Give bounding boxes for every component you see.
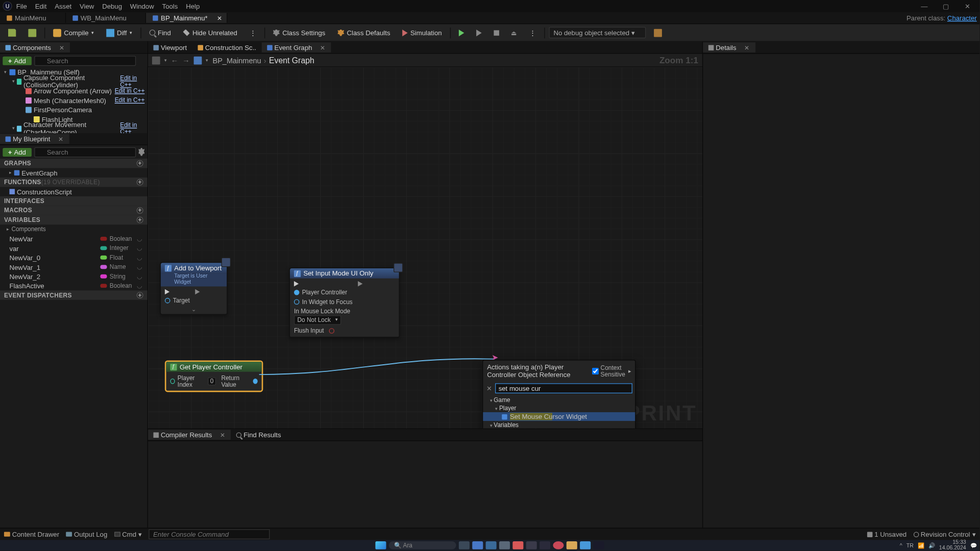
taskbar-app[interactable] <box>512 541 523 549</box>
hide-unrelated-button[interactable]: Hide Unrelated <box>179 28 241 38</box>
variable-row[interactable]: FlashActiveBoolean◡ <box>0 281 148 290</box>
eject-button[interactable]: ⏏ <box>507 28 521 37</box>
tab-construction-script[interactable]: Construction Sc.. <box>192 42 262 53</box>
close-tab-icon[interactable]: ✕ <box>320 44 326 51</box>
node-get-player-controller[interactable]: ƒGet Player Controller Player Index0 Ret… <box>165 361 262 391</box>
component-row[interactable]: FirstPersonCamera <box>0 105 148 114</box>
return-value-pin[interactable]: Return Value <box>221 374 257 388</box>
add-dispatcher-button[interactable]: + <box>137 292 143 298</box>
tray-wifi-icon[interactable]: 📶 <box>918 542 924 548</box>
menu-debug[interactable]: Debug <box>102 3 122 10</box>
tab-components[interactable]: Components✕ <box>0 42 70 53</box>
tray-chevron-icon[interactable]: ^ <box>900 542 902 548</box>
breadcrumb-bp[interactable]: BP_Mainmenu <box>212 56 261 64</box>
player-index-input[interactable]: 0 <box>208 377 216 385</box>
console-input[interactable] <box>149 529 270 539</box>
tab-find-results[interactable]: Find Results <box>231 430 286 440</box>
taskbar-app[interactable] <box>459 541 470 549</box>
close-tab-icon[interactable]: ✕ <box>217 14 223 21</box>
type-pill[interactable] <box>100 256 107 260</box>
type-pill[interactable] <box>100 237 107 241</box>
exec-out-pin[interactable] <box>358 281 362 287</box>
tray-volume-icon[interactable]: 🔊 <box>928 542 935 548</box>
visibility-icon[interactable]: ◡ <box>137 245 143 252</box>
tab-viewport[interactable]: Viewport <box>148 42 192 53</box>
simulation-button[interactable]: Simulation <box>398 28 446 38</box>
taskbar-app[interactable] <box>540 541 550 549</box>
nav-forward-button[interactable]: → <box>182 56 189 64</box>
add-function-button[interactable]: + <box>137 179 143 186</box>
section-graphs[interactable]: GRAPHS+ <box>0 159 148 168</box>
close-button[interactable]: ✕ <box>958 3 977 10</box>
stop-button[interactable] <box>489 29 503 37</box>
clear-search-button[interactable]: ✕ <box>486 385 493 392</box>
expand-node-icon[interactable]: ⌄ <box>161 307 227 314</box>
section-functions[interactable]: FUNCTIONS (19 OVERRIDABLE)+ <box>0 178 148 187</box>
section-macros[interactable]: MACROS+ <box>0 206 148 215</box>
tab-compiler-results[interactable]: Compiler Results✕ <box>148 430 231 440</box>
diff-button[interactable]: Diff ▾ <box>102 27 136 38</box>
edit-cpp-link[interactable]: Edit in C++ <box>120 74 144 88</box>
graph-menu-icon[interactable] <box>152 56 160 64</box>
context-sensitive-checkbox[interactable]: Context Sensitive▸ <box>592 363 631 380</box>
menu-help[interactable]: Help <box>186 3 200 10</box>
component-row[interactable]: ▾Character Movement (CharMoveComp)Edit i… <box>0 124 148 133</box>
taskbar-app[interactable] <box>580 541 591 549</box>
close-panel-icon[interactable]: ✕ <box>58 136 64 142</box>
player-index-pin[interactable]: Player Index0 <box>170 374 215 388</box>
exec-out-pin[interactable] <box>195 289 200 295</box>
widget-focus-pin[interactable]: In Widget to Focus <box>294 298 353 305</box>
graph-canvas[interactable]: BLUEPRINT ƒAdd to Viewport Target is Use… <box>148 67 702 429</box>
category-game[interactable]: Game <box>483 396 635 404</box>
start-button[interactable] <box>375 541 386 549</box>
lock-mode-select[interactable]: Do Not Lock <box>294 315 341 324</box>
type-pill[interactable] <box>100 284 107 288</box>
menu-asset[interactable]: Asset <box>55 3 71 10</box>
tab-event-graph[interactable]: Event Graph✕ <box>262 42 331 53</box>
close-panel-icon[interactable]: ✕ <box>59 44 65 51</box>
add-blueprint-button[interactable]: Add <box>3 147 31 156</box>
compile-button[interactable]: Compile ▾ <box>49 27 98 38</box>
section-variables[interactable]: VARIABLES+ <box>0 215 148 224</box>
visibility-icon[interactable]: ◡ <box>137 264 143 270</box>
add-component-button[interactable]: Add <box>3 56 31 65</box>
category-variables[interactable]: Variables <box>483 421 635 428</box>
maximize-button[interactable]: ▢ <box>937 3 955 10</box>
tray-lang[interactable]: TR <box>906 542 914 548</box>
play-button[interactable] <box>455 28 468 37</box>
close-panel-icon[interactable]: ✕ <box>744 44 750 51</box>
category-player[interactable]: Player <box>483 404 635 412</box>
add-macro-button[interactable]: + <box>137 207 143 214</box>
visibility-icon[interactable]: ◡ <box>137 235 143 242</box>
graph-type-icon[interactable] <box>194 56 202 64</box>
class-settings-button[interactable]: Class Settings <box>269 28 330 38</box>
player-controller-pin[interactable]: Player Controller <box>294 289 353 296</box>
type-pill[interactable] <box>100 274 107 279</box>
menu-file[interactable]: File <box>16 3 27 10</box>
play-options-button[interactable]: ⋮ <box>525 28 540 38</box>
taskbar-app[interactable] <box>567 541 577 549</box>
tray-clock[interactable]: 15:3314.06.2024 <box>939 540 966 550</box>
edit-cpp-link[interactable]: Edit in C++ <box>115 97 145 104</box>
taskbar-app[interactable] <box>499 541 510 549</box>
add-graph-button[interactable]: + <box>137 160 143 167</box>
flush-input-pin[interactable]: Flush Input <box>294 328 353 334</box>
blueprint-search-input[interactable] <box>34 147 136 157</box>
type-pill[interactable] <box>100 265 107 269</box>
visibility-icon[interactable]: ◡ <box>137 273 143 280</box>
menu-window[interactable]: Window <box>130 3 154 10</box>
node-add-to-viewport[interactable]: ƒAdd to Viewport Target is User Widget T… <box>160 262 228 315</box>
close-panel-icon[interactable]: ✕ <box>220 432 226 438</box>
component-row[interactable]: Arrow Component (Arrow)Edit in C++ <box>0 86 148 95</box>
tab-my-blueprint[interactable]: My Blueprint✕ <box>0 134 69 144</box>
taskbar-app[interactable] <box>593 541 604 549</box>
add-variable-button[interactable]: + <box>137 216 143 223</box>
revision-control-button[interactable]: Revision Control ▾ <box>913 531 975 538</box>
section-interfaces[interactable]: INTERFACES <box>0 196 148 206</box>
file-tab-mainmenu[interactable]: MainMenu <box>0 13 66 23</box>
node-set-input-mode[interactable]: ƒSet Input Mode UI Only Player Controlle… <box>289 268 400 338</box>
variable-row[interactable]: NewVar_2String◡ <box>0 271 148 281</box>
taskbar-app[interactable] <box>486 541 497 549</box>
step-button[interactable] <box>472 28 485 37</box>
file-tab-wbmainmenu[interactable]: WB_MainMenu <box>66 13 146 23</box>
